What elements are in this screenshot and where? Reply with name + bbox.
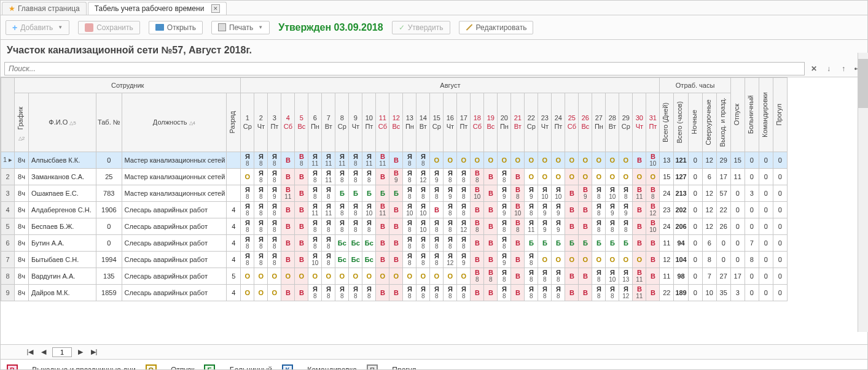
- day-cell[interactable]: В12: [646, 201, 660, 218]
- day-cell[interactable]: Я8: [322, 218, 335, 234]
- table-row[interactable]: 68чБутин А.А.0Слесарь аварийных работ4Я8…: [1, 234, 788, 251]
- day-cell[interactable]: В11: [376, 201, 389, 218]
- day-cell[interactable]: Я8: [349, 284, 362, 301]
- day-cell[interactable]: В: [633, 218, 646, 234]
- day-cell[interactable]: В: [484, 284, 498, 301]
- day-cell[interactable]: О: [538, 251, 552, 268]
- day-cell[interactable]: О: [565, 251, 579, 268]
- day-cell[interactable]: Я8: [322, 284, 335, 301]
- day-19-header[interactable]: 19Вс: [484, 93, 498, 152]
- day-cell[interactable]: Я8: [498, 268, 511, 284]
- day-cell[interactable]: Я8: [498, 234, 511, 251]
- total-days-header[interactable]: Bcero (Дней): [660, 93, 674, 152]
- scrollbar-vertical[interactable]: [858, 53, 868, 332]
- day-cell[interactable]: В11: [633, 284, 646, 301]
- day-18-header[interactable]: 18Сб: [471, 93, 484, 152]
- day-cell[interactable]: Б: [619, 234, 633, 251]
- print-button[interactable]: Печать▼: [211, 21, 270, 34]
- day-cell[interactable]: Я8: [525, 201, 538, 218]
- table-row[interactable]: 78чБытыбаев С.Н.1994Слесарь аварийных ра…: [1, 251, 788, 268]
- day-cell[interactable]: Я8: [444, 201, 457, 218]
- day-cell[interactable]: Я8: [444, 218, 457, 234]
- day-cell[interactable]: О: [579, 168, 592, 185]
- day-cell[interactable]: В: [295, 284, 308, 301]
- day-cell[interactable]: В: [565, 284, 579, 301]
- day-cell[interactable]: Я8: [457, 168, 471, 185]
- day-cell[interactable]: В10: [471, 185, 484, 201]
- day-cell[interactable]: В10: [646, 218, 660, 234]
- day-cell[interactable]: Я13: [619, 268, 633, 284]
- day-cell[interactable]: О: [308, 268, 322, 284]
- day-cell[interactable]: Я8: [241, 251, 254, 268]
- day-cell[interactable]: Я8: [403, 168, 416, 185]
- day-cell[interactable]: Я8: [430, 218, 444, 234]
- day-cell[interactable]: Я12: [444, 251, 457, 268]
- day-cell[interactable]: В: [295, 201, 308, 218]
- day-cell[interactable]: Я8: [335, 218, 349, 234]
- day-cell[interactable]: Б: [538, 234, 552, 251]
- day-11-header[interactable]: 11Сб: [376, 93, 389, 152]
- day-cell[interactable]: В: [484, 168, 498, 185]
- tab-home[interactable]: ★Главная страница: [2, 2, 87, 15]
- day-cell[interactable]: О: [444, 152, 457, 168]
- day-cell[interactable]: Я11: [322, 201, 335, 218]
- day-cell[interactable]: Я8: [416, 251, 430, 268]
- day-cell[interactable]: В: [471, 284, 484, 301]
- day-cell[interactable]: Я11: [525, 218, 538, 234]
- day-cell[interactable]: В: [511, 284, 525, 301]
- day-20-header[interactable]: 20Пн: [498, 93, 511, 152]
- table-row[interactable]: 38чОшакпаев Е.С.783Мастер канализационны…: [1, 185, 788, 201]
- day-cell[interactable]: В9: [579, 185, 592, 201]
- day-cell[interactable]: Я9: [444, 185, 457, 201]
- vacation-header[interactable]: Отпуск: [730, 78, 745, 152]
- search-input[interactable]: [4, 62, 805, 75]
- day-cell[interactable]: Я8: [254, 185, 268, 201]
- day-cell[interactable]: В: [579, 201, 592, 218]
- day-cell[interactable]: О: [430, 268, 444, 284]
- day-cell[interactable]: В: [389, 251, 403, 268]
- day-cell[interactable]: Я8: [254, 201, 268, 218]
- day-cell[interactable]: О: [619, 251, 633, 268]
- day-cell[interactable]: Я8: [268, 234, 281, 251]
- day-cell[interactable]: Я9: [498, 251, 511, 268]
- day-cell[interactable]: В8: [511, 218, 525, 234]
- day-cell[interactable]: В: [295, 234, 308, 251]
- day-cell[interactable]: Я12: [416, 168, 430, 185]
- day-cell[interactable]: О: [606, 251, 619, 268]
- day-23-header[interactable]: 23Чт: [538, 93, 552, 152]
- day-cell[interactable]: О: [565, 168, 579, 185]
- day-cell[interactable]: Я8: [525, 251, 538, 268]
- day-cell[interactable]: В: [389, 218, 403, 234]
- day-cell[interactable]: Я8: [592, 185, 606, 201]
- day-cell[interactable]: Я8: [308, 218, 322, 234]
- day-cell[interactable]: Я8: [403, 185, 416, 201]
- page-input[interactable]: [52, 347, 72, 357]
- day-cell[interactable]: Я10: [416, 218, 430, 234]
- day-cell[interactable]: Я8: [444, 284, 457, 301]
- day-26-header[interactable]: 26Вс: [579, 93, 592, 152]
- day-cell[interactable]: Я8: [430, 234, 444, 251]
- day-27-header[interactable]: 27Пн: [592, 93, 606, 152]
- day-cell[interactable]: Б: [552, 234, 565, 251]
- arrow-up-icon[interactable]: ↑: [838, 63, 849, 74]
- day-cell[interactable]: О: [619, 152, 633, 168]
- day-cell[interactable]: О: [646, 168, 660, 185]
- day-cell[interactable]: Б: [525, 234, 538, 251]
- day-cell[interactable]: Я8: [241, 152, 254, 168]
- day-cell[interactable]: Я8: [538, 268, 552, 284]
- day-cell[interactable]: В: [565, 185, 579, 201]
- day-cell[interactable]: О: [254, 284, 268, 301]
- day-cell[interactable]: В: [511, 251, 525, 268]
- day-cell[interactable]: О: [389, 268, 403, 284]
- day-cell[interactable]: Я8: [254, 234, 268, 251]
- approve-button[interactable]: ✓Утвердить: [392, 21, 450, 34]
- day-cell[interactable]: Я8: [592, 284, 606, 301]
- day-cell[interactable]: В: [295, 168, 308, 185]
- day-cell[interactable]: Я10: [606, 268, 619, 284]
- day-cell[interactable]: В: [376, 234, 389, 251]
- day-10-header[interactable]: 10Пт: [362, 93, 376, 152]
- day-cell[interactable]: Я8: [457, 201, 471, 218]
- holidays-header[interactable]: Выход. и празд.: [716, 93, 730, 152]
- day-cell[interactable]: В: [295, 218, 308, 234]
- day-cell[interactable]: В8: [471, 168, 484, 185]
